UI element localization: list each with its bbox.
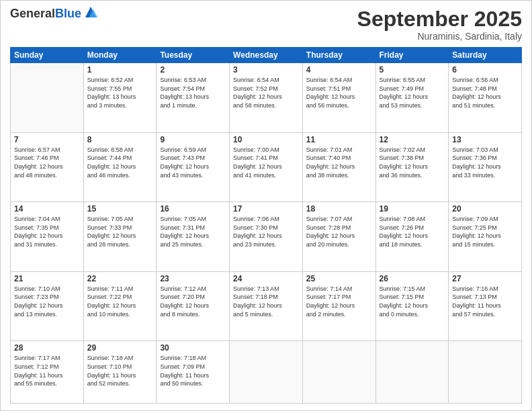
calendar-cell: 16Sunrise: 7:05 AM Sunset: 7:31 PM Dayli… [157, 202, 230, 272]
calendar-week-row: 7Sunrise: 6:57 AM Sunset: 7:46 PM Daylig… [11, 132, 522, 202]
day-number: 10 [233, 135, 299, 144]
day-number: 3 [233, 65, 299, 75]
location-subtitle: Nuraminis, Sardinia, Italy [357, 31, 522, 42]
calendar-cell: 28Sunrise: 7:17 AM Sunset: 7:12 PM Dayli… [11, 341, 84, 404]
calendar-cell: 3Sunrise: 6:54 AM Sunset: 7:52 PM Daylig… [230, 63, 303, 133]
day-info: Sunrise: 7:03 AM Sunset: 7:36 PM Dayligh… [452, 146, 518, 179]
calendar-week-row: 1Sunrise: 6:52 AM Sunset: 7:55 PM Daylig… [11, 63, 522, 133]
day-number: 7 [14, 135, 80, 144]
calendar-cell: 24Sunrise: 7:13 AM Sunset: 7:18 PM Dayli… [230, 271, 303, 341]
calendar-cell: 1Sunrise: 6:52 AM Sunset: 7:55 PM Daylig… [83, 63, 157, 133]
calendar-cell: 4Sunrise: 6:54 AM Sunset: 7:51 PM Daylig… [302, 63, 375, 133]
calendar-cell: 18Sunrise: 7:07 AM Sunset: 7:28 PM Dayli… [302, 202, 375, 272]
day-number: 23 [160, 274, 226, 283]
logo-general: General [10, 7, 55, 20]
calendar-cell: 6Sunrise: 6:56 AM Sunset: 7:48 PM Daylig… [449, 63, 522, 133]
day-info: Sunrise: 6:53 AM Sunset: 7:54 PM Dayligh… [160, 76, 226, 109]
logo: GeneralBlue [10, 7, 99, 21]
calendar-cell [230, 341, 303, 404]
col-wednesday: Wednesday [230, 48, 303, 63]
day-number: 17 [233, 204, 299, 214]
day-number: 16 [160, 204, 226, 214]
day-info: Sunrise: 7:11 AM Sunset: 7:22 PM Dayligh… [87, 285, 153, 318]
title-block: September 2025 Nuraminis, Sardinia, Ital… [357, 7, 522, 42]
calendar-cell: 11Sunrise: 7:01 AM Sunset: 7:40 PM Dayli… [302, 132, 375, 202]
calendar-cell: 13Sunrise: 7:03 AM Sunset: 7:36 PM Dayli… [449, 132, 522, 202]
col-saturday: Saturday [449, 48, 522, 63]
calendar-cell: 9Sunrise: 6:59 AM Sunset: 7:43 PM Daylig… [157, 132, 230, 202]
calendar-cell: 27Sunrise: 7:16 AM Sunset: 7:13 PM Dayli… [449, 271, 522, 341]
calendar-cell [375, 341, 449, 404]
day-number: 27 [452, 274, 518, 283]
day-info: Sunrise: 7:00 AM Sunset: 7:41 PM Dayligh… [233, 146, 299, 179]
calendar-week-row: 14Sunrise: 7:04 AM Sunset: 7:35 PM Dayli… [11, 202, 522, 272]
day-info: Sunrise: 7:17 AM Sunset: 7:12 PM Dayligh… [14, 354, 80, 387]
day-number: 13 [452, 135, 518, 144]
calendar-cell: 17Sunrise: 7:06 AM Sunset: 7:30 PM Dayli… [230, 202, 303, 272]
calendar-cell: 8Sunrise: 6:58 AM Sunset: 7:44 PM Daylig… [83, 132, 157, 202]
calendar-cell: 30Sunrise: 7:18 AM Sunset: 7:09 PM Dayli… [157, 341, 230, 404]
calendar-table: Sunday Monday Tuesday Wednesday Thursday… [10, 47, 522, 404]
calendar-cell: 7Sunrise: 6:57 AM Sunset: 7:46 PM Daylig… [11, 132, 84, 202]
calendar-cell: 21Sunrise: 7:10 AM Sunset: 7:23 PM Dayli… [11, 271, 84, 341]
calendar-cell: 25Sunrise: 7:14 AM Sunset: 7:17 PM Dayli… [302, 271, 375, 341]
calendar-cell [449, 341, 522, 404]
day-number: 22 [87, 274, 153, 283]
day-number: 6 [452, 65, 518, 75]
calendar-cell: 5Sunrise: 6:55 AM Sunset: 7:49 PM Daylig… [375, 63, 449, 133]
day-number: 12 [380, 135, 445, 144]
calendar-header-row: Sunday Monday Tuesday Wednesday Thursday… [11, 48, 522, 63]
calendar-cell: 10Sunrise: 7:00 AM Sunset: 7:41 PM Dayli… [230, 132, 303, 202]
calendar-cell: 29Sunrise: 7:18 AM Sunset: 7:10 PM Dayli… [83, 341, 157, 404]
day-info: Sunrise: 6:54 AM Sunset: 7:51 PM Dayligh… [306, 76, 372, 109]
day-info: Sunrise: 6:56 AM Sunset: 7:48 PM Dayligh… [452, 76, 518, 109]
day-info: Sunrise: 7:14 AM Sunset: 7:17 PM Dayligh… [306, 285, 372, 318]
day-info: Sunrise: 7:05 AM Sunset: 7:33 PM Dayligh… [87, 215, 153, 248]
day-number: 8 [87, 135, 153, 144]
day-info: Sunrise: 6:57 AM Sunset: 7:46 PM Dayligh… [14, 146, 80, 179]
col-tuesday: Tuesday [157, 48, 230, 63]
calendar-cell: 12Sunrise: 7:02 AM Sunset: 7:38 PM Dayli… [375, 132, 449, 202]
day-number: 21 [14, 274, 80, 283]
day-info: Sunrise: 6:59 AM Sunset: 7:43 PM Dayligh… [160, 146, 226, 179]
day-info: Sunrise: 7:18 AM Sunset: 7:09 PM Dayligh… [160, 354, 226, 387]
day-number: 30 [160, 343, 226, 353]
col-thursday: Thursday [302, 48, 375, 63]
calendar-cell: 19Sunrise: 7:08 AM Sunset: 7:26 PM Dayli… [375, 202, 449, 272]
logo-icon [83, 4, 99, 20]
day-info: Sunrise: 7:12 AM Sunset: 7:20 PM Dayligh… [160, 285, 226, 318]
day-number: 11 [306, 135, 372, 144]
calendar-cell: 20Sunrise: 7:09 AM Sunset: 7:25 PM Dayli… [449, 202, 522, 272]
calendar-cell [11, 63, 84, 133]
calendar-cell [302, 341, 375, 404]
header: GeneralBlue September 2025 Nuraminis, Sa… [10, 7, 522, 42]
calendar-week-row: 28Sunrise: 7:17 AM Sunset: 7:12 PM Dayli… [11, 341, 522, 404]
logo-blue: Blue [55, 7, 81, 20]
day-number: 4 [306, 65, 372, 75]
day-info: Sunrise: 6:54 AM Sunset: 7:52 PM Dayligh… [233, 76, 299, 109]
col-sunday: Sunday [11, 48, 84, 63]
day-info: Sunrise: 7:04 AM Sunset: 7:35 PM Dayligh… [14, 215, 80, 248]
day-number: 19 [380, 204, 445, 214]
day-info: Sunrise: 7:10 AM Sunset: 7:23 PM Dayligh… [14, 285, 80, 318]
day-info: Sunrise: 7:13 AM Sunset: 7:18 PM Dayligh… [233, 285, 299, 318]
day-number: 1 [87, 65, 153, 75]
day-number: 29 [87, 343, 153, 353]
calendar-cell: 14Sunrise: 7:04 AM Sunset: 7:35 PM Dayli… [11, 202, 84, 272]
day-info: Sunrise: 7:07 AM Sunset: 7:28 PM Dayligh… [306, 215, 372, 248]
day-number: 26 [380, 274, 445, 283]
day-number: 14 [14, 204, 80, 214]
day-info: Sunrise: 7:08 AM Sunset: 7:26 PM Dayligh… [380, 215, 445, 248]
day-info: Sunrise: 7:18 AM Sunset: 7:10 PM Dayligh… [87, 354, 153, 387]
day-number: 24 [233, 274, 299, 283]
day-info: Sunrise: 7:01 AM Sunset: 7:40 PM Dayligh… [306, 146, 372, 179]
day-info: Sunrise: 7:16 AM Sunset: 7:13 PM Dayligh… [452, 285, 518, 318]
day-number: 5 [380, 65, 445, 75]
col-friday: Friday [375, 48, 449, 63]
day-number: 2 [160, 65, 226, 75]
day-info: Sunrise: 7:06 AM Sunset: 7:30 PM Dayligh… [233, 215, 299, 248]
day-info: Sunrise: 7:02 AM Sunset: 7:38 PM Dayligh… [380, 146, 445, 179]
calendar-cell: 23Sunrise: 7:12 AM Sunset: 7:20 PM Dayli… [157, 271, 230, 341]
day-info: Sunrise: 6:52 AM Sunset: 7:55 PM Dayligh… [87, 76, 153, 109]
day-number: 28 [14, 343, 80, 353]
